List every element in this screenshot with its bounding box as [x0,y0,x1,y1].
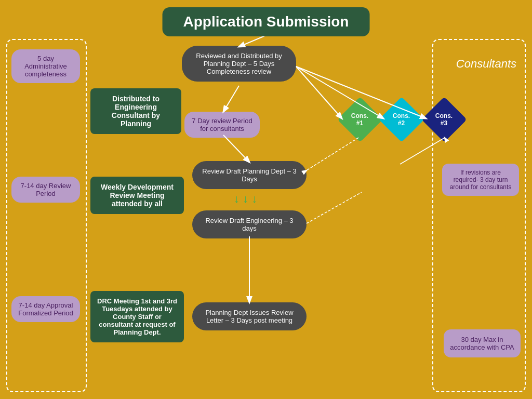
consultant-1-label: Cons.#1 [351,112,368,127]
svg-line-8 [307,192,362,223]
distributed-engineering-node: Distributed to Engineering Consultant by… [90,88,181,134]
consultant-2-container: Cons.#2 [383,101,420,138]
consultant-1-container: Cons.#1 [342,101,378,138]
consultant-3-container: Cons.#3 [426,101,462,138]
drc-meeting-node: DRC Meeting 1st and 3rd Tuesdays attende… [90,291,184,342]
consultant-3-diamond: Cons.#3 [421,97,467,142]
reviewed-distributed-node: Reviewed and Distributed by Planning Dep… [182,46,296,82]
svg-line-5 [223,135,249,162]
main-container: Application Submission Consultants 5 day… [0,0,532,399]
weekly-meeting-node: Weekly Development Review Meeting attend… [90,177,184,214]
review-draft-planning-node: Review Draft Planning Dept – 3 Days [192,161,307,189]
review-draft-engineering-node: Review Draft Engineering – 3 days [192,210,307,238]
seven-day-review-node: 7 Day review Period for consultants [184,112,260,138]
svg-line-7 [307,138,358,170]
review-period-node: 7-14 day Review Period [11,177,80,203]
consultant-3-label: Cons.#3 [435,112,453,127]
approval-period-node: 7-14 day Approval Formalized Period [11,296,80,322]
revision-box: If revisions are required- 3 day turn ar… [442,164,519,196]
consultant-2-diamond: Cons.#2 [379,97,424,142]
svg-line-1 [296,66,342,118]
svg-line-4 [223,86,239,112]
admin-completeness-node: 5 day Administrative completeness [11,49,80,83]
consultants-label: Consultants [456,57,516,71]
down-arrows: ↓ ↓ ↓ [234,192,257,206]
day30-box: 30 day Max in accordance with CPA [444,329,521,357]
page-title: Application Submission [163,7,370,36]
left-dashed-border [6,39,87,392]
consultant-2-label: Cons.#2 [393,112,410,127]
consultant-1-diamond: Cons.#1 [337,97,383,142]
planning-issues-node: Planning Dept Issues Review Letter – 3 D… [192,302,307,330]
svg-line-0 [239,35,266,47]
